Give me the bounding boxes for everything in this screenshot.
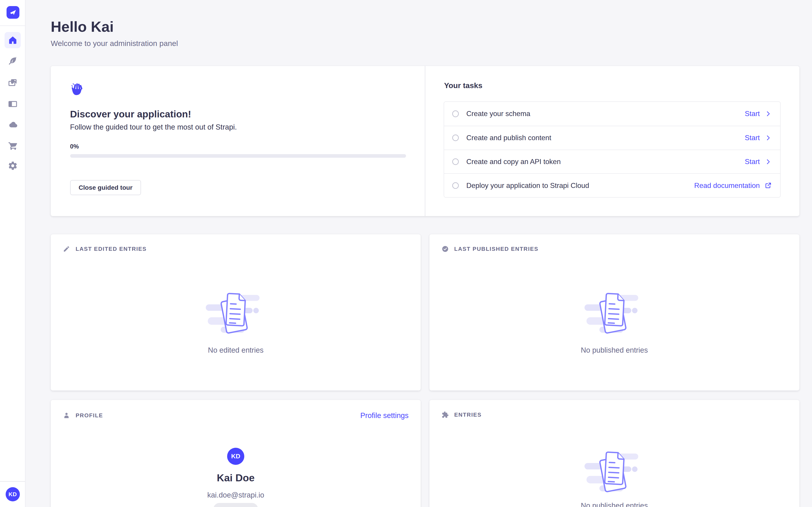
task-row: Deploy your application to Strapi Cloud … (444, 173, 780, 197)
task-label: Deploy your application to Strapi Cloud (466, 181, 694, 190)
strapi-admin-dashboard: KD Hello Kai Welcome to your administrat… (0, 0, 812, 507)
profile-name: Kai Doe (217, 472, 255, 484)
guided-tour-title: Discover your application! (70, 109, 191, 120)
onboarding-divider (425, 66, 425, 216)
feather-icon (8, 56, 18, 66)
empty-state: No edited entries (51, 252, 421, 354)
sidebar-item-content-type-builder[interactable] (4, 96, 21, 112)
close-guided-tour-button[interactable]: Close guided tour (70, 180, 141, 195)
page-title: Hello Kai (51, 18, 114, 35)
empty-documents-illustration (206, 286, 266, 338)
sidebar-item-media-library[interactable] (4, 74, 21, 91)
sidebar-divider-bottom (0, 481, 26, 482)
tasks-title: Your tasks (444, 81, 483, 90)
strapi-logo[interactable] (6, 6, 19, 19)
check-circle-icon (442, 245, 449, 252)
user-avatar[interactable]: KD (6, 487, 20, 501)
puzzle-icon (442, 411, 449, 418)
progress-bar (70, 154, 406, 158)
external-link-icon (764, 182, 772, 189)
empty-state: No published entries (429, 418, 799, 507)
chevron-right-icon (764, 158, 772, 166)
task-status-circle (452, 158, 459, 165)
profile-avatar[interactable]: KD (227, 448, 245, 465)
progress-label: 0% (70, 143, 79, 150)
empty-state-text: No published entries (581, 501, 648, 507)
profile-widget: PROFILE Profile settings KD Kai Doe kai.… (51, 400, 421, 507)
profile-body: KD Kai Doe kai.doe@strapi.io (51, 420, 421, 507)
empty-documents-illustration (585, 445, 645, 496)
tasks-list: Create your schema Start Create and publ… (444, 101, 781, 198)
task-start-link[interactable]: Start (745, 110, 772, 118)
media-library-icon (8, 77, 18, 88)
widget-title: LAST EDITED ENTRIES (75, 246, 147, 252)
empty-state-text: No published entries (581, 346, 648, 354)
widget-title: ENTRIES (454, 412, 481, 418)
task-label: Create your schema (466, 110, 745, 118)
sidebar-item-home[interactable] (4, 32, 21, 48)
empty-state-text: No edited entries (208, 346, 264, 354)
widget-title: LAST PUBLISHED ENTRIES (454, 246, 539, 252)
empty-documents-illustration (585, 286, 645, 338)
sidebar-item-content-manager[interactable] (4, 53, 21, 69)
empty-state: No published entries (429, 252, 799, 354)
task-action-label: Read documentation (694, 181, 760, 190)
waving-hand-icon (70, 82, 86, 98)
task-action-label: Start (745, 133, 760, 142)
profile-email: kai.doe@strapi.io (207, 491, 264, 499)
home-icon (8, 35, 18, 45)
task-read-documentation-link[interactable]: Read documentation (694, 181, 772, 190)
sidebar-item-cloud[interactable] (4, 117, 21, 133)
task-status-circle (452, 182, 459, 189)
task-label: Create and publish content (466, 133, 745, 142)
profile-role-badge (213, 503, 258, 507)
last-published-entries-widget: LAST PUBLISHED ENTRIES No published entr… (429, 234, 799, 391)
chevron-right-icon (764, 110, 772, 118)
task-action-label: Start (745, 158, 760, 166)
task-row: Create and publish content Start (444, 126, 780, 150)
entries-widget: ENTRIES No published entries (429, 400, 799, 507)
sidebar-divider-top (0, 25, 26, 26)
task-start-link[interactable]: Start (745, 158, 772, 166)
task-row: Create and copy an API token Start (444, 150, 780, 173)
task-action-label: Start (745, 110, 760, 118)
widget-title: PROFILE (75, 412, 103, 419)
sidebar-item-marketplace[interactable] (4, 137, 21, 154)
profile-settings-link[interactable]: Profile settings (360, 411, 408, 420)
onboarding-card: Discover your application! Follow the gu… (51, 66, 799, 216)
task-row: Create your schema Start (444, 102, 780, 126)
sidebar-item-settings[interactable] (4, 158, 21, 174)
content-type-builder-icon (8, 99, 18, 109)
cloud-icon (8, 120, 18, 130)
gear-icon (8, 161, 18, 171)
task-status-circle (452, 110, 459, 117)
task-label: Create and copy an API token (466, 158, 745, 166)
person-icon (63, 412, 70, 419)
task-status-circle (452, 134, 459, 141)
task-start-link[interactable]: Start (745, 133, 772, 142)
last-edited-entries-widget: LAST EDITED ENTRIES No edited entries (51, 234, 421, 391)
strapi-logo-icon (9, 9, 17, 16)
page-subtitle: Welcome to your administration panel (51, 39, 178, 48)
guided-tour-description: Follow the guided tour to get the most o… (70, 123, 237, 131)
sidebar: KD (0, 0, 26, 507)
pencil-icon (63, 245, 70, 252)
chevron-right-icon (764, 134, 772, 142)
cart-icon (8, 140, 18, 151)
